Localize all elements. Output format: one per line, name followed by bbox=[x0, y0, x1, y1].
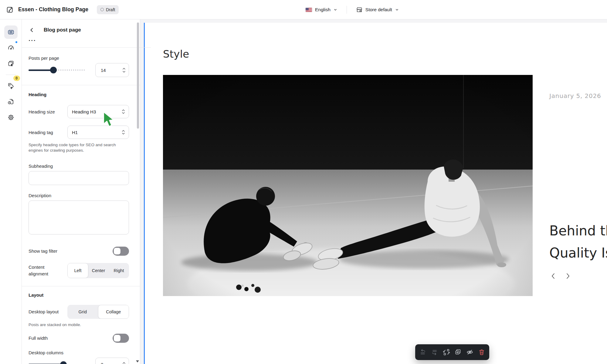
posts-per-page-label: Posts per page bbox=[29, 56, 129, 61]
heading-size-label: Heading size bbox=[29, 109, 55, 114]
select-updown-icon bbox=[122, 109, 125, 114]
gear-icon bbox=[7, 114, 15, 121]
storefront-icon bbox=[356, 6, 363, 13]
layout-option-grid[interactable]: Grid bbox=[67, 305, 98, 319]
layout-option-collage[interactable]: Collage bbox=[98, 305, 129, 319]
us-flag-icon bbox=[305, 8, 312, 12]
top-bar: Essen - Clothing Blog Page Draft bbox=[0, 0, 607, 19]
page-title: Essen - Clothing Blog Page bbox=[18, 6, 88, 13]
shuffle-icon[interactable] bbox=[443, 349, 450, 356]
overflow-menu-button[interactable]: ... bbox=[29, 38, 38, 43]
sidebar-item-pages[interactable] bbox=[4, 57, 18, 70]
sidebar-item-history[interactable] bbox=[4, 95, 18, 108]
language-label: English bbox=[315, 7, 331, 12]
heading-tag-select[interactable]: H1 bbox=[67, 126, 129, 139]
move-down-icon[interactable] bbox=[431, 349, 438, 356]
sidebar-item-performance[interactable] bbox=[4, 41, 18, 55]
desktop-columns-input[interactable] bbox=[96, 362, 114, 364]
hide-icon[interactable] bbox=[466, 349, 473, 356]
top-bar-center: English Store default bbox=[305, 0, 399, 19]
panel-header: Blog post page bbox=[29, 19, 129, 33]
heading-size-value: Heading H3 bbox=[72, 109, 96, 114]
prev-arrow-icon[interactable] bbox=[550, 272, 557, 280]
sections-icon bbox=[7, 29, 15, 36]
notification-dot bbox=[15, 41, 18, 44]
chevron-up-icon bbox=[122, 362, 126, 364]
post-title-line: Quality Is bbox=[549, 242, 607, 264]
panel-divider bbox=[15, 47, 151, 48]
slider-fill bbox=[29, 69, 53, 71]
alignment-option-left[interactable]: Left bbox=[67, 263, 88, 278]
heading-section-title: Heading bbox=[29, 92, 129, 97]
description-label: Description bbox=[29, 193, 129, 198]
carousel-nav bbox=[550, 272, 571, 280]
tag-count-badge: 0 bbox=[13, 76, 20, 81]
slider-thumb[interactable] bbox=[50, 67, 57, 73]
section-divider bbox=[22, 85, 140, 85]
heading-help-text: Specify heading code types for SEO and s… bbox=[29, 142, 126, 153]
left-icon-rail: 0 bbox=[0, 19, 22, 364]
desktop-columns-stepper[interactable] bbox=[122, 362, 126, 364]
layout-section-title: Layout bbox=[29, 292, 129, 298]
top-bar-divider bbox=[347, 6, 347, 14]
chevron-down-icon bbox=[333, 8, 337, 12]
heading-size-select[interactable]: Heading H3 bbox=[67, 105, 129, 118]
delete-icon[interactable] bbox=[478, 349, 485, 356]
back-button[interactable] bbox=[29, 27, 35, 33]
show-tag-filter-label: Show tag filter bbox=[29, 248, 57, 254]
tag-icon bbox=[7, 82, 15, 89]
desktop-layout-label: Desktop layout bbox=[29, 309, 59, 314]
sidebar-item-sections[interactable] bbox=[4, 25, 18, 39]
alignment-option-center[interactable]: Center bbox=[88, 263, 109, 278]
blog-section-heading: Style bbox=[163, 48, 189, 60]
subheading-input[interactable] bbox=[29, 171, 129, 185]
sidebar-item-settings[interactable] bbox=[4, 111, 18, 124]
history-icon bbox=[7, 98, 15, 105]
status-badge: Draft bbox=[97, 5, 119, 14]
panel-title: Blog post page bbox=[44, 27, 81, 33]
chevron-left-icon bbox=[29, 28, 34, 32]
heading-tag-label: Heading tag bbox=[29, 130, 53, 135]
show-tag-filter-toggle[interactable] bbox=[113, 247, 129, 256]
section-selection-indicator bbox=[144, 23, 145, 364]
section-toolbar bbox=[415, 344, 489, 360]
scrollbar-down-arrow[interactable] bbox=[136, 360, 139, 362]
subheading-label: Subheading bbox=[29, 163, 129, 169]
duplicate-icon[interactable] bbox=[454, 349, 462, 356]
mobile-note: Posts are stacked on mobile. bbox=[29, 322, 129, 327]
store-label: Store default bbox=[365, 7, 392, 12]
status-badge-label: Draft bbox=[106, 7, 115, 12]
move-up-icon[interactable] bbox=[419, 349, 426, 356]
desktop-layout-segmented: Grid Collage bbox=[67, 305, 129, 319]
post-date: January 5, 2026 bbox=[549, 92, 601, 99]
blog-post-image[interactable] bbox=[163, 75, 533, 296]
settings-panel: Blog post page ... Posts per page bbox=[22, 19, 140, 364]
compose-icon bbox=[6, 6, 14, 14]
description-textarea[interactable] bbox=[29, 201, 129, 234]
panel-scrollbar[interactable] bbox=[137, 22, 139, 129]
language-selector[interactable]: English bbox=[305, 7, 337, 12]
posts-per-page-stepper[interactable] bbox=[122, 68, 126, 73]
desktop-columns-label: Desktop columns bbox=[29, 350, 129, 355]
store-selector[interactable]: Store default bbox=[356, 6, 399, 13]
select-updown-icon bbox=[122, 130, 125, 135]
speed-icon bbox=[7, 44, 15, 52]
toggle-knob bbox=[114, 335, 120, 342]
alignment-option-right[interactable]: Right bbox=[109, 263, 129, 278]
section-divider bbox=[22, 286, 140, 286]
slider-thumb[interactable] bbox=[60, 361, 67, 364]
full-width-toggle[interactable] bbox=[113, 334, 129, 343]
sidebar-item-tags[interactable]: 0 bbox=[4, 79, 18, 93]
desktop-columns-slider[interactable] bbox=[29, 361, 85, 364]
pages-icon bbox=[7, 60, 15, 67]
content-alignment-segmented: Left Center Right bbox=[67, 263, 129, 278]
posts-per-page-input[interactable] bbox=[96, 68, 114, 73]
toggle-knob bbox=[114, 248, 120, 254]
draft-circle-icon bbox=[100, 8, 104, 11]
post-title[interactable]: Behind th Quality Is bbox=[549, 220, 607, 264]
full-width-label: Full width bbox=[29, 335, 48, 341]
chevron-up-icon bbox=[122, 68, 126, 70]
posts-per-page-slider[interactable] bbox=[29, 67, 85, 73]
next-arrow-icon[interactable] bbox=[565, 272, 571, 280]
top-bar-left: Essen - Clothing Blog Page Draft bbox=[0, 5, 119, 14]
